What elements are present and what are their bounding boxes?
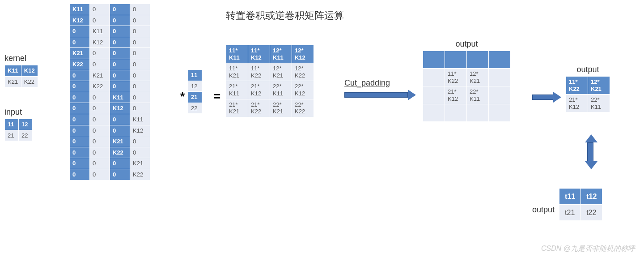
bigmat-cell: K11 bbox=[110, 92, 130, 103]
bigmat-cell: 0 bbox=[70, 136, 89, 147]
result-cell: 11* K22 bbox=[248, 63, 270, 81]
bigmat-cell: 0 bbox=[70, 103, 89, 114]
arrow-to-2x2 bbox=[532, 92, 561, 103]
input-grid: 1112 2122 bbox=[4, 119, 33, 141]
out4-cell bbox=[423, 51, 445, 68]
out4-cell bbox=[489, 51, 510, 68]
out4-cell bbox=[489, 69, 510, 86]
result-cell: 22* K21 bbox=[270, 99, 292, 117]
bigmat-cell: 0 bbox=[90, 103, 110, 114]
bigmat-cell: 0 bbox=[110, 158, 130, 169]
bigmat-cell: K22 bbox=[90, 81, 110, 92]
bigmat-cell: 0 bbox=[130, 81, 150, 92]
bigmat-cell: 0 bbox=[90, 4, 110, 15]
bigmat-cell: 0 bbox=[110, 26, 130, 37]
bigmat-cell: 0 bbox=[90, 59, 110, 70]
out4-cell: 22* K11 bbox=[467, 86, 488, 104]
input-label: input bbox=[4, 108, 33, 117]
bigmat-cell: K12 bbox=[130, 125, 150, 136]
out4-cell: 11* K22 bbox=[445, 69, 466, 86]
output-label-3: output bbox=[532, 205, 555, 215]
bigmat-cell: 0 bbox=[130, 26, 150, 37]
bigmat-cell: 0 bbox=[70, 147, 89, 158]
bigmat-cell: 0 bbox=[90, 92, 110, 103]
out4-cell: 21* K12 bbox=[445, 86, 466, 104]
bigmat-cell: 0 bbox=[110, 70, 130, 81]
out4-cell bbox=[467, 104, 488, 121]
bigmat-cell: 0 bbox=[90, 136, 110, 147]
bigmat-cell: 0 bbox=[110, 48, 130, 59]
bigmat-cell: K21 bbox=[70, 48, 89, 59]
bigmat-cell: 0 bbox=[90, 158, 110, 169]
result-cell: 22* K11 bbox=[270, 81, 292, 99]
bigmat-cell: K11 bbox=[130, 114, 150, 125]
bigmat-cell: 0 bbox=[110, 169, 130, 180]
bigmat-cell: 0 bbox=[110, 4, 130, 15]
result-cell: 12* K21 bbox=[270, 63, 292, 81]
bigmat-cell: 0 bbox=[110, 59, 130, 70]
bigmat-cell: 0 bbox=[70, 92, 89, 103]
out4-cell bbox=[489, 104, 510, 121]
out4-cell bbox=[489, 86, 510, 104]
bigmat-cell: 0 bbox=[70, 169, 89, 180]
bigmat-cell: K12 bbox=[70, 15, 89, 26]
bigmat-cell: K21 bbox=[110, 136, 130, 147]
page-title: 转置卷积或逆卷积矩阵运算 bbox=[226, 9, 344, 22]
result-cell: 11* K12 bbox=[248, 45, 270, 63]
bigmat-cell: 0 bbox=[130, 147, 150, 158]
bigmat-cell: 0 bbox=[130, 70, 150, 81]
op-mul: * bbox=[177, 90, 188, 103]
bigmat-cell: 0 bbox=[70, 81, 89, 92]
bigmat-cell: 0 bbox=[90, 169, 110, 180]
bigmat-cell: 0 bbox=[70, 125, 89, 136]
bigmat-cell: 0 bbox=[70, 158, 89, 169]
output-label-2: output bbox=[566, 65, 610, 74]
bigmat-cell: 0 bbox=[110, 15, 130, 26]
out4-cell bbox=[423, 69, 445, 86]
result-cell: 11* K11 bbox=[226, 45, 248, 63]
bigmat-cell: 0 bbox=[130, 4, 150, 15]
output-label-1: output bbox=[423, 39, 511, 49]
bigmat-cell: 0 bbox=[130, 103, 150, 114]
bigmat-cell: K21 bbox=[130, 158, 150, 169]
result-cell: 22* K22 bbox=[292, 99, 314, 117]
bigmat-cell: K11 bbox=[90, 26, 110, 37]
result-cell: 11* K21 bbox=[226, 63, 248, 81]
bigmat-cell: 0 bbox=[110, 81, 130, 92]
bigmat-cell: 0 bbox=[130, 15, 150, 26]
bigmat-cell: K11 bbox=[70, 4, 89, 15]
out4-cell bbox=[445, 104, 466, 121]
bigmat-cell: 0 bbox=[130, 136, 150, 147]
bigmat-cell: 0 bbox=[70, 26, 89, 37]
bigmat-cell: K22 bbox=[110, 147, 130, 158]
bigmat-cell: 0 bbox=[110, 37, 130, 48]
output-2x2-b: t11t12 t21t22 bbox=[559, 188, 602, 221]
bigmat-cell: 0 bbox=[110, 125, 130, 136]
bigmat-cell: 0 bbox=[90, 114, 110, 125]
kernel-label: kernel bbox=[4, 54, 38, 63]
bigmat-cell: 0 bbox=[70, 114, 89, 125]
result-cell: 22* K12 bbox=[292, 81, 314, 99]
result-cell: 21* K11 bbox=[226, 81, 248, 99]
output-2x2-a: 11* K2212* K21 21* K1222* K11 bbox=[566, 76, 610, 112]
result-cell: 21* K12 bbox=[248, 81, 270, 99]
bigmat-cell: 0 bbox=[70, 70, 89, 81]
bigmat-cell: 0 bbox=[130, 48, 150, 59]
op-eq: = bbox=[210, 90, 224, 103]
result-cell: 12* K11 bbox=[270, 45, 292, 63]
cut-padding-label: Cut_padding bbox=[344, 78, 416, 88]
out4-cell bbox=[445, 51, 466, 68]
bigmat-cell: 0 bbox=[130, 59, 150, 70]
result-cell: 12* K22 bbox=[292, 63, 314, 81]
bigmat-cell: 0 bbox=[130, 92, 150, 103]
bigmat-cell: 0 bbox=[90, 48, 110, 59]
bigmat-cell: 0 bbox=[90, 147, 110, 158]
result-cell: 21* K22 bbox=[248, 99, 270, 117]
out4-cell: 12* K21 bbox=[467, 69, 488, 86]
out4-cell bbox=[423, 86, 445, 104]
out4-cell bbox=[467, 51, 488, 68]
double-arrow-vertical bbox=[585, 134, 596, 169]
bigmat-cell: 0 bbox=[70, 37, 89, 48]
result-cell: 12* K12 bbox=[292, 45, 314, 63]
bigmat-cell: 0 bbox=[130, 37, 150, 48]
